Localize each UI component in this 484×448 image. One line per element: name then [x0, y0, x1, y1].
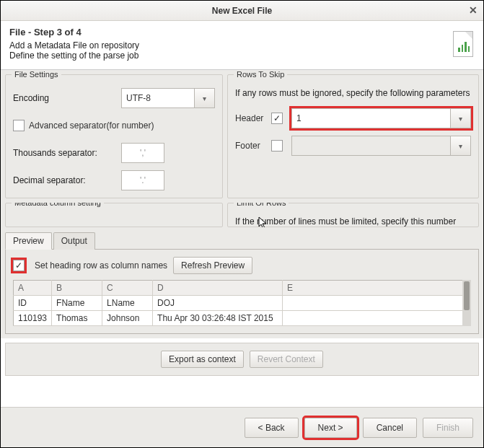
footer-rows-checkbox[interactable] — [271, 140, 283, 151]
table-header-row: A B C D E — [14, 281, 471, 296]
preview-panel: ✓ Set heading row as column names Refres… — [5, 250, 479, 334]
cancel-button[interactable]: Cancel — [363, 418, 417, 438]
footer-rows-label: Footer — [235, 141, 271, 151]
wizard-footer: < Back Next > Cancel Finish — [1, 407, 483, 447]
finish-button[interactable]: Finish — [423, 418, 473, 438]
header-rows-value: 1 — [296, 113, 302, 123]
adv-separator-checkbox[interactable] — [13, 120, 25, 131]
table-row[interactable]: 110193 Thomas Johnson Thu Apr 30 03:26:4… — [14, 311, 471, 326]
header-rows-spinner[interactable]: 1 ▾ — [291, 108, 471, 128]
encoding-label: Encoding — [13, 93, 121, 103]
revert-context-button[interactable]: Revert Context — [250, 351, 323, 368]
decimal-input[interactable]: '.' — [121, 170, 164, 190]
meta-col-legend: Metadata column setting — [12, 203, 104, 207]
file-settings-legend: File Settings — [12, 70, 61, 79]
rows-skip-desc: If any rows must be ignored, specify the… — [235, 88, 471, 98]
rows-skip-legend: Rows To Skip — [234, 70, 287, 79]
tab-preview[interactable]: Preview — [5, 232, 52, 250]
titlebar: New Excel File ✕ — [1, 1, 483, 21]
limit-rows-group: Limit Of Rows If the number of lines mus… — [227, 203, 479, 227]
chevron-down-icon[interactable]: ▾ — [450, 109, 470, 128]
encoding-combo[interactable]: UTF-8 ▾ — [121, 88, 215, 108]
file-settings-group: File Settings Encoding UTF-8 ▾ Advanced … — [5, 74, 223, 198]
tab-output[interactable]: Output — [53, 232, 95, 250]
wizard-file-icon — [453, 31, 473, 57]
adv-separator-label: Advanced separator(for number) — [29, 120, 154, 131]
header-line2: Define the setting of the parse job — [9, 50, 475, 61]
chevron-down-icon[interactable]: ▾ — [194, 89, 214, 107]
footer-rows-spinner[interactable]: ▾ — [291, 136, 471, 156]
export-context-button[interactable]: Export as context — [161, 351, 244, 368]
tabs-area: Preview Output ✓ Set heading row as colu… — [1, 232, 483, 338]
col-c[interactable]: C — [102, 281, 153, 296]
table-row[interactable]: ID FName LName DOJ — [14, 296, 471, 311]
thousands-input[interactable]: ',' — [121, 143, 164, 163]
context-bar: Export as context Revert Context — [5, 343, 479, 376]
preview-table-wrap: A B C D E ID FName LName DOJ 110193 — [13, 280, 471, 326]
set-heading-label: Set heading row as column names — [35, 260, 167, 271]
refresh-preview-button[interactable]: Refresh Preview — [173, 257, 252, 274]
preview-table: A B C D E ID FName LName DOJ 110193 — [13, 280, 471, 326]
limit-rows-desc: If the number of lines must be limited, … — [235, 216, 471, 227]
header-rows-label: Header — [235, 113, 271, 123]
header-line1: Add a Metadata File on repository — [9, 40, 475, 50]
decimal-label: Decimal separator: — [13, 175, 121, 185]
chevron-down-icon[interactable]: ▾ — [450, 136, 470, 155]
col-d[interactable]: D — [153, 281, 283, 296]
metadata-column-group: Metadata column setting — [5, 203, 223, 227]
table-scrollbar[interactable] — [462, 280, 471, 326]
rows-to-skip-group: Rows To Skip If any rows must be ignored… — [227, 74, 479, 198]
close-icon[interactable]: ✕ — [469, 4, 478, 16]
col-e[interactable]: E — [283, 281, 471, 296]
set-heading-checkbox[interactable]: ✓ — [13, 260, 25, 271]
wizard-body: File Settings Encoding UTF-8 ▾ Advanced … — [1, 70, 483, 232]
back-button[interactable]: < Back — [245, 418, 299, 438]
tabs: Preview Output — [5, 232, 479, 250]
wizard-header: File - Step 3 of 4 Add a Metadata File o… — [1, 21, 483, 70]
next-button[interactable]: Next > — [304, 418, 357, 438]
thousands-label: Thousands separator: — [13, 148, 121, 158]
step-label: File - Step 3 of 4 — [9, 27, 475, 38]
col-a[interactable]: A — [14, 281, 52, 296]
col-b[interactable]: B — [52, 281, 102, 296]
header-rows-checkbox[interactable]: ✓ — [271, 113, 283, 124]
encoding-value: UTF-8 — [126, 93, 151, 103]
limit-rows-legend: Limit Of Rows — [234, 203, 289, 207]
window-title: New Excel File — [212, 6, 272, 16]
